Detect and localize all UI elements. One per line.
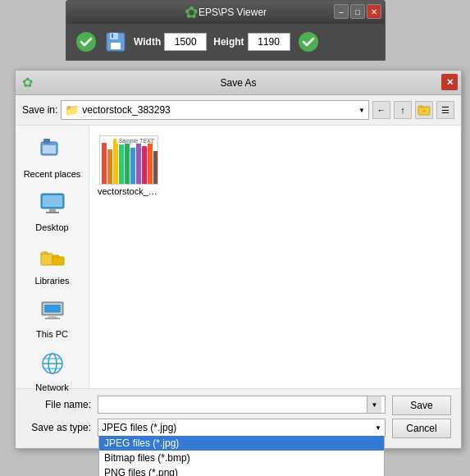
- recent-places-label: Recent places: [24, 169, 81, 179]
- nav-new-folder-btn[interactable]: +: [415, 101, 433, 119]
- svg-rect-14: [46, 212, 59, 213]
- this-pc-icon: [39, 297, 66, 327]
- save-as-dropdown[interactable]: JPEG files (*.jpg) ▼ JPEG files (*.jpg)B…: [98, 419, 386, 437]
- viewer-title: EPS\PS Viewer: [198, 7, 267, 18]
- svg-rect-3: [111, 43, 121, 49]
- viewer-maximize-btn[interactable]: □: [350, 4, 365, 19]
- save-as-row: Save as type: JPEG files (*.jpg) ▼ JPEG …: [25, 419, 386, 437]
- file-name: vectorstock_383...: [98, 186, 160, 196]
- save-in-label: Save in:: [22, 104, 57, 116]
- dialog-app-icon: ✿: [22, 75, 33, 90]
- svg-point-5: [299, 32, 318, 52]
- save-as-arrow-icon: ▼: [375, 424, 381, 432]
- save-in-dropdown[interactable]: 📁 vectorstock_383293 ▼: [61, 100, 369, 120]
- dialog-titlebar: ✿ Save As ✕: [16, 71, 461, 95]
- file-item[interactable]: Sample TEXT vectorstock_383...: [96, 132, 162, 199]
- viewer-app-icon: ✿: [185, 2, 198, 22]
- width-input[interactable]: [164, 33, 207, 51]
- viewer-toolbar: Width Height: [66, 24, 385, 60]
- svg-rect-21: [44, 304, 61, 313]
- network-label: Network: [35, 382, 68, 392]
- save-type-dropdown-popup: JPEG files (*.jpg)Bitmap files (*.bmp)PN…: [98, 436, 385, 476]
- file-name-label: File name:: [25, 399, 91, 410]
- svg-rect-4: [112, 34, 113, 38]
- svg-rect-9: [43, 145, 56, 153]
- save-button[interactable]: Save: [392, 396, 451, 415]
- cancel-button[interactable]: Cancel: [392, 419, 451, 438]
- dialog-sidebar: Recent places Desktop: [16, 126, 89, 388]
- desktop-icon: [39, 190, 66, 221]
- dialog-close-btn[interactable]: ✕: [441, 74, 458, 90]
- save-in-value: vectorstock_383293: [82, 104, 355, 116]
- width-label: Width: [134, 36, 161, 48]
- nav-view-btn[interactable]: ☰: [436, 101, 454, 119]
- height-label: Height: [213, 36, 244, 48]
- dialog-main: Recent places Desktop: [16, 126, 461, 388]
- save-in-arrow-icon: ▼: [358, 107, 365, 114]
- dialog-buttons: Save Cancel: [392, 396, 451, 438]
- bottom-fields-row: File name: ▼ Save as type: JPEG files (*…: [25, 396, 451, 442]
- sidebar-item-thispc[interactable]: This PC: [19, 292, 85, 344]
- svg-rect-19: [48, 315, 57, 318]
- recent-places-icon: [39, 137, 66, 167]
- bottom-fields: File name: ▼ Save as type: JPEG files (*…: [25, 396, 386, 442]
- svg-text:+: +: [422, 108, 427, 115]
- svg-rect-13: [49, 208, 56, 212]
- height-input[interactable]: [248, 33, 290, 51]
- dropdown-option[interactable]: Bitmap files (*.bmp): [99, 451, 384, 465]
- desktop-label: Desktop: [35, 222, 68, 232]
- save-disk-icon[interactable]: [104, 30, 127, 53]
- dropdown-option[interactable]: PNG files (*.png): [99, 465, 384, 476]
- check-icon-left: [75, 30, 98, 53]
- viewer-controls: – □ ✕: [334, 4, 381, 19]
- dropdown-option[interactable]: JPEG files (*.jpg): [99, 436, 384, 451]
- sidebar-item-libraries[interactable]: Libraries: [19, 239, 85, 291]
- save-as-value: JPEG files (*.jpg): [102, 422, 176, 433]
- saveas-dialog: ✿ Save As ✕ Save in: 📁 vectorstock_38329…: [15, 70, 462, 449]
- dialog-files: Sample TEXT vectorstock_383...: [89, 126, 461, 388]
- svg-rect-10: [43, 139, 50, 144]
- libraries-icon: [39, 244, 66, 274]
- file-name-dropdown-btn[interactable]: ▼: [367, 396, 381, 413]
- nav-up-btn[interactable]: ↑: [394, 101, 412, 119]
- sidebar-item-network[interactable]: Network: [19, 346, 85, 397]
- svg-rect-15: [41, 254, 52, 265]
- folder-icon: 📁: [65, 103, 79, 117]
- file-name-input-wrapper: ▼: [98, 396, 386, 414]
- width-field: Width: [134, 33, 207, 51]
- viewer-window: ✿ EPS\PS Viewer – □ ✕ Width: [66, 0, 386, 61]
- svg-rect-2: [110, 33, 118, 39]
- thispc-label: This PC: [36, 329, 68, 339]
- svg-point-0: [76, 32, 96, 52]
- svg-rect-12: [43, 195, 62, 207]
- viewer-minimize-btn[interactable]: –: [334, 4, 349, 19]
- dialog-toolbar: Save in: 📁 vectorstock_383293 ▼ ← ↑ + ☰: [16, 95, 461, 126]
- check-icon-right[interactable]: [297, 30, 320, 53]
- svg-rect-20: [45, 318, 60, 319]
- libraries-label: Libraries: [34, 276, 69, 286]
- sidebar-item-desktop[interactable]: Desktop: [19, 185, 85, 237]
- dialog-bottom: File name: ▼ Save as type: JPEG files (*…: [16, 388, 461, 448]
- file-thumbnail: Sample TEXT: [99, 135, 158, 185]
- file-name-row: File name: ▼: [25, 396, 386, 414]
- sidebar-item-recent[interactable]: Recent places: [19, 132, 85, 184]
- viewer-titlebar: ✿ EPS\PS Viewer – □ ✕: [66, 1, 385, 24]
- dialog-title: Save As: [220, 77, 256, 89]
- nav-back-btn[interactable]: ←: [372, 101, 390, 119]
- svg-rect-16: [52, 257, 64, 265]
- file-name-input[interactable]: [102, 399, 367, 410]
- network-icon: [39, 350, 66, 381]
- save-as-label: Save as type:: [25, 422, 91, 433]
- height-field: Height: [213, 33, 290, 51]
- viewer-close-btn[interactable]: ✕: [367, 4, 381, 19]
- thumb-text-overlay: Sample TEXT: [116, 138, 156, 144]
